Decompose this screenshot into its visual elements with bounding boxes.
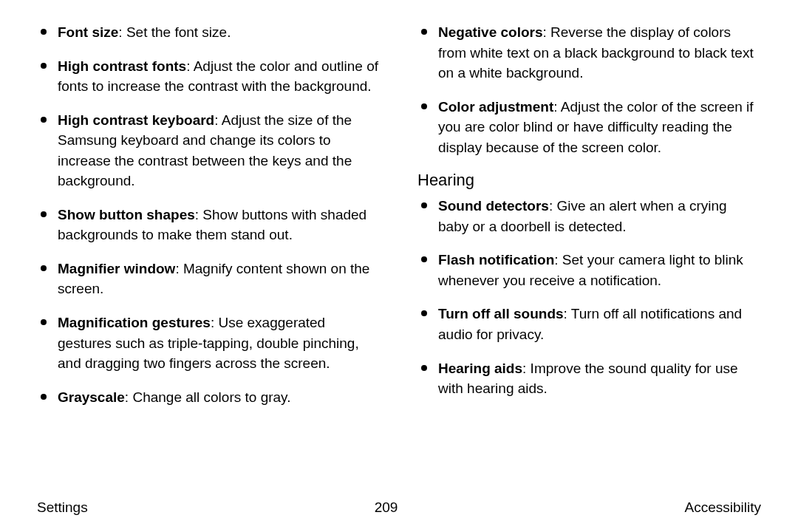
item-term: Turn off all sounds <box>438 306 564 321</box>
item-term: Magnification gestures <box>58 315 211 330</box>
item-term: Flash notification <box>438 252 554 267</box>
item-term: Color adjustment <box>438 99 553 115</box>
item-term: Font size <box>58 24 118 40</box>
list-item: Negative colors: Reverse the display of … <box>417 22 761 83</box>
item-term: Sound detectors <box>438 198 549 214</box>
item-term: Show button shapes <box>58 207 195 222</box>
list-item: High contrast fonts: Adjust the color an… <box>37 56 381 97</box>
item-term: Hearing aids <box>438 361 522 376</box>
list-item: Grayscale: Change all colors to gray. <box>37 387 381 408</box>
list-item: Font size: Set the font size. <box>37 22 381 43</box>
left-list: Font size: Set the font size.High contra… <box>37 22 381 407</box>
list-item: Flash notification: Set your camera ligh… <box>417 250 761 290</box>
footer-page-number: 209 <box>375 499 398 516</box>
footer-left: Settings <box>37 499 88 516</box>
list-item: Sound detectors: Give an alert when a cr… <box>417 196 761 236</box>
content-columns: Font size: Set the font size.High contra… <box>37 22 761 473</box>
left-column: Font size: Set the font size.High contra… <box>37 22 381 473</box>
item-term: High contrast fonts <box>58 58 186 74</box>
page-footer: Settings 209 Accessibility <box>37 499 761 516</box>
right-top-list: Negative colors: Reverse the display of … <box>417 22 761 157</box>
right-section-list: Sound detectors: Give an alert when a cr… <box>417 196 761 398</box>
list-item: Show button shapes: Show buttons with sh… <box>37 205 381 245</box>
item-term: Magnifier window <box>58 261 175 276</box>
list-item: Turn off all sounds: Turn off all notifi… <box>417 304 761 344</box>
list-item: High contrast keyboard: Adjust the size … <box>37 110 381 191</box>
item-desc: : Set the font size. <box>118 24 231 40</box>
item-desc: : Change all colors to gray. <box>125 389 291 405</box>
item-term: High contrast keyboard <box>58 112 214 128</box>
list-item: Hearing aids: Improve the sound quality … <box>417 358 761 399</box>
list-item: Magnifier window: Magnify content shown … <box>37 259 381 299</box>
item-term: Grayscale <box>58 389 125 405</box>
footer-right: Accessibility <box>685 499 761 516</box>
right-column: Negative colors: Reverse the display of … <box>417 22 761 473</box>
list-item: Magnification gestures: Use exaggerated … <box>37 313 381 374</box>
section-heading: Hearing <box>417 171 761 190</box>
list-item: Color adjustment: Adjust the color of th… <box>417 97 761 158</box>
item-term: Negative colors <box>438 24 543 40</box>
